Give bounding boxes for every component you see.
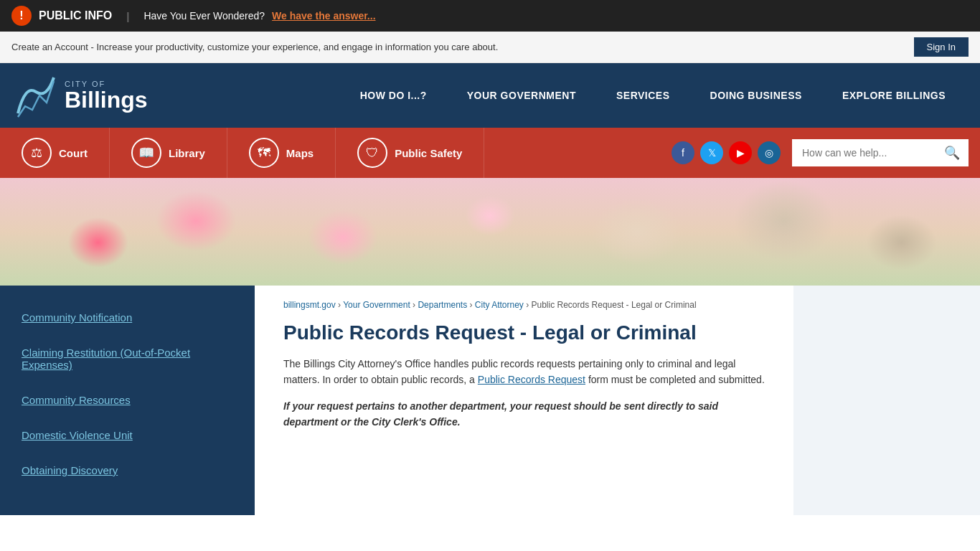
quick-item-library[interactable]: 📖 Library [110,128,227,178]
sidebar-item-obtaining-discovery[interactable]: Obtaining Discovery [0,453,255,488]
sidebar: Community Notification Claiming Restitut… [0,286,255,515]
logo-icon [14,70,57,121]
account-bar: Create an Account - Increase your produc… [0,32,980,63]
quick-item-court[interactable]: ⚖ Court [0,128,110,178]
maps-label: Maps [286,147,314,159]
search-bar: 🔍 [792,139,969,166]
sidebar-item-claiming-restitution[interactable]: Claiming Restitution (Out-of-Pocket Expe… [0,335,255,382]
search-input[interactable] [792,141,936,164]
court-icon: ⚖ [22,138,52,168]
maps-icon: 🗺 [249,138,279,168]
logo-text: CITY OF Billings [65,80,148,111]
library-icon: 📖 [131,138,161,168]
right-panel [793,286,980,515]
nav-how-do-i[interactable]: HOW DO I...? [340,75,447,116]
breadcrumb-your-government[interactable]: Your Government [343,300,410,310]
hero-image [0,178,980,286]
nav-explore-billings[interactable]: EXPLORE BILLINGS [822,75,966,116]
page-title: Public Records Request - Legal or Crimin… [283,321,765,344]
court-label: Court [59,147,88,159]
content-wrapper: Community Notification Claiming Restitut… [0,286,980,515]
twitter-icon[interactable]: 𝕏 [700,141,723,164]
main-nav: CITY OF Billings HOW DO I...? YOUR GOVER… [0,63,980,128]
breadcrumb-current: Public Records Request - Legal or Crimin… [532,300,697,310]
alert-link[interactable]: We have the answer... [272,10,375,22]
alert-title: PUBLIC INFO [39,9,112,22]
public-records-link[interactable]: Public Records Request [478,374,585,385]
nav-services[interactable]: SERVICES [596,75,690,116]
breadcrumb-departments[interactable]: Departments [418,300,467,310]
sidebar-item-domestic-violence[interactable]: Domestic Violence Unit [0,418,255,453]
search-social-area: f 𝕏 ▶ ◎ 🔍 [660,139,980,166]
quick-item-public-safety[interactable]: 🛡 Public Safety [336,128,484,178]
public-safety-icon: 🛡 [357,138,387,168]
body-paragraph-1: The Billings City Attorney's Office hand… [283,356,765,388]
alert-icon: ! [11,6,32,26]
billings-label: Billings [65,88,148,111]
public-safety-label: Public Safety [395,147,462,159]
breadcrumb-city-attorney[interactable]: City Attorney [475,300,524,310]
search-button[interactable]: 🔍 [936,139,969,166]
alert-bar: ! PUBLIC INFO | Have You Ever Wondered? … [0,0,980,32]
quick-item-maps[interactable]: 🗺 Maps [227,128,336,178]
hero-flowers [0,178,980,286]
youtube-icon[interactable]: ▶ [729,141,752,164]
sign-in-button[interactable]: Sign In [914,37,969,57]
main-content: billingsmt.gov › Your Government › Depar… [255,286,793,515]
sidebar-item-community-resources[interactable]: Community Resources [0,382,255,418]
library-label: Library [169,147,205,159]
noaa-icon[interactable]: ◎ [758,141,781,164]
sidebar-item-community-notification[interactable]: Community Notification [0,300,255,335]
nav-your-government[interactable]: YOUR GOVERNMENT [447,75,596,116]
nav-doing-business[interactable]: DOING BUSINESS [690,75,822,116]
logo[interactable]: CITY OF Billings [14,63,162,128]
quick-bar: ⚖ Court 📖 Library 🗺 Maps 🛡 Public Safety… [0,128,980,178]
body-text-1-end: form must be completed and submitted. [585,374,765,385]
facebook-icon[interactable]: f [672,141,694,164]
nav-links: HOW DO I...? YOUR GOVERNMENT SERVICES DO… [340,75,966,116]
account-message: Create an Account - Increase your produc… [11,42,498,52]
breadcrumb-home[interactable]: billingsmt.gov [283,300,336,310]
alert-subtitle: Have You Ever Wondered? [143,10,265,22]
breadcrumb: billingsmt.gov › Your Government › Depar… [283,300,765,310]
body-paragraph-2: If your request pertains to another depa… [283,398,765,430]
